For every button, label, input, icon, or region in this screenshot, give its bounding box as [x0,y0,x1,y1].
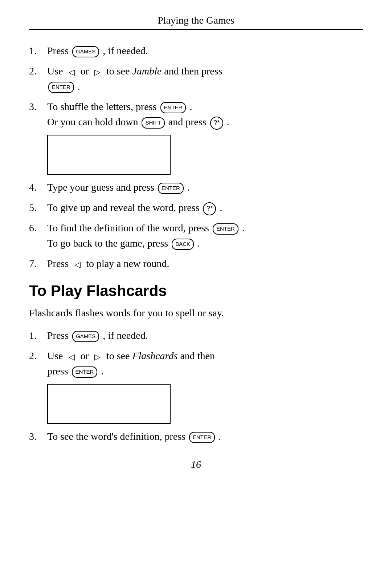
qm-key-3: ?* [210,117,223,130]
item4-period: . [187,182,190,193]
list-number: 5. [29,200,47,215]
games-key-fc1: GAMES [72,331,99,342]
item5-period: . [220,202,222,213]
item6-line1a: To find the definition of the word, pres… [47,222,212,234]
item2-jumble: Jumble [132,65,162,77]
fc3-period: . [219,431,221,442]
item7-press: Press [47,258,71,269]
list-item: 7. Press ◁ to play a new round. [29,256,363,271]
list-body: To find the definition of the word, pres… [47,220,363,251]
item3-period: . [227,116,229,127]
shift-key: SHIFT [142,117,164,129]
list-body: To give up and reveal the word, press ?*… [47,200,363,215]
item7-text: to play a new round. [86,258,169,269]
fc2-period: . [101,365,103,377]
flashcards-section: To Play Flashcards Flashcards flashes wo… [29,282,363,444]
enter-key-3: ENTER [160,102,186,113]
fc2-right-arrow-icon: ▷ [92,352,103,362]
jumble-section: 1. Press GAMES , if needed. 2. Use ◁ or … [29,43,363,271]
item6-line2b: . [197,238,200,249]
back-key: BACK [172,239,194,250]
enter-key-fc3: ENTER [189,432,215,443]
fc2-use: Use [47,350,66,361]
fc2-left-arrow-icon: ◁ [66,352,77,362]
list-number: 6. [29,220,47,236]
item6-line2a: To go back to the game, press [47,238,171,249]
list-number: 1. [29,43,47,58]
fc1-text-after: , if needed. [103,330,148,341]
item2-period: . [78,81,80,92]
jumble-image-placeholder [47,135,171,175]
enter-key-fc2: ENTER [72,366,98,378]
header-rule [29,29,363,30]
item3-andpress: and press [168,116,209,127]
fc2-andthen: and then [180,350,215,361]
item3-line2a: Or you can hold down [47,116,140,127]
fc2-tosee: to see [106,350,132,361]
list-item: 6. To find the definition of the word, p… [29,220,363,251]
list-body: Use ◁ or ▷ to see Flashcards and then pr… [47,348,363,379]
qm-key-5: ?* [203,202,216,215]
item4-text: Type your guess and press [47,182,157,193]
right-arrow-icon: ▷ [92,67,103,78]
list-item: 3. To shuffle the letters, press ENTER .… [29,99,363,130]
item2-andthenpress: and then press [164,65,222,77]
fc2-or: or [81,350,91,361]
enter-key-6: ENTER [213,223,238,235]
item2-or: or [81,65,91,77]
list-body: To shuffle the letters, press ENTER . Or… [47,99,363,130]
list-item: 1. Press GAMES , if needed. [29,328,363,343]
list-number: 1. [29,328,47,343]
list-body: Type your guess and press ENTER . [47,180,363,195]
list-number: 4. [29,180,47,195]
enter-key-4: ENTER [158,183,184,194]
list-item: 4. Type your guess and press ENTER . [29,180,363,195]
item2-use: Use [47,65,66,77]
page-header: Playing the Games [29,15,363,30]
section-heading: To Play Flashcards [29,282,363,300]
fc2-flashcards: Flashcards [132,350,177,361]
item3-line1a: To shuffle the letters, press [47,101,159,112]
list-body: Press ◁ to play a new round. [47,256,363,271]
list-body: Use ◁ or ▷ to see Jumble and then press … [47,64,363,94]
list-number: 2. [29,348,47,364]
item6-line1b: . [242,222,245,234]
item1-text-after: , if needed. [103,45,148,56]
fc2-press: press [47,365,71,377]
list-item: 2. Use ◁ or ▷ to see Jumble and then pre… [29,64,363,94]
list-item: 2. Use ◁ or ▷ to see Flashcards and then… [29,348,363,379]
item3-line1b: . [189,101,192,112]
section-intro: Flashcards flashes words for you to spel… [29,305,363,321]
list-body: To see the word's definition, press ENTE… [47,429,363,444]
page-number: 16 [29,459,363,470]
list-item: 5. To give up and reveal the word, press… [29,200,363,215]
list-number: 2. [29,64,47,79]
list-number: 3. [29,99,47,114]
item2-tosee: to see [106,65,132,77]
newround-arrow-icon: ◁ [72,259,83,270]
fc1-text-before: Press [47,330,71,341]
enter-key-2: ENTER [48,82,74,93]
item1-text-before: Press [47,45,71,56]
list-number: 7. [29,256,47,271]
fc3-text: To see the word's definition, press [47,431,188,442]
item5-text: To give up and reveal the word, press [47,202,202,213]
flashcards-image-placeholder [47,384,171,424]
left-arrow-icon: ◁ [66,67,77,78]
list-item: 1. Press GAMES , if needed. [29,43,363,58]
list-item: 3. To see the word's definition, press E… [29,429,363,444]
list-number: 3. [29,429,47,444]
list-body: Press GAMES , if needed. [47,43,363,58]
games-key-1: GAMES [72,46,99,57]
list-body: Press GAMES , if needed. [47,328,363,343]
